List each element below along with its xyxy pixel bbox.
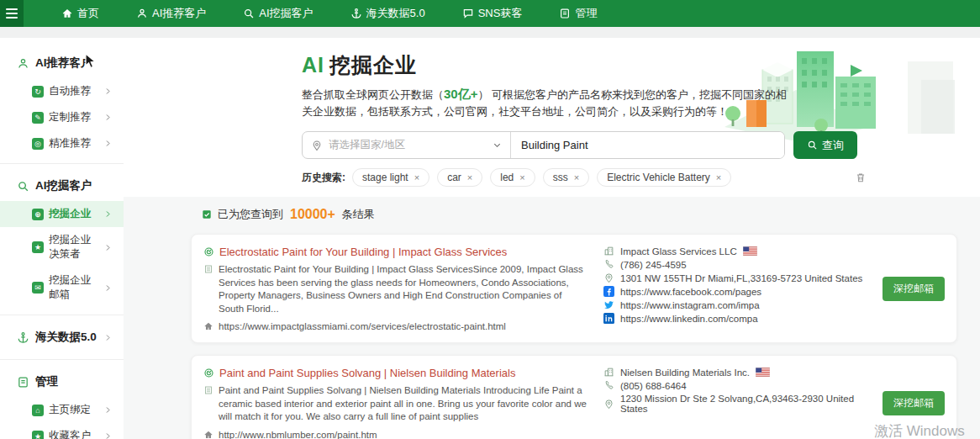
top-nav: 首页 AI推荐客户 AI挖掘客户 海关数据5.0 SNS获客 管理 (0, 0, 980, 27)
twitter-icon (603, 299, 614, 310)
result-title-link[interactable]: Paint and Paint Supplies Solvang | Niels… (203, 367, 588, 379)
search-icon (243, 8, 255, 19)
sidebar-item-mine-email[interactable]: ✉ 挖掘企业邮箱 (0, 267, 124, 308)
phone-icon (603, 259, 614, 270)
website-icon (203, 321, 213, 331)
linkedin-icon (603, 313, 614, 324)
sidebar-item-auto-recommend[interactable]: ↻ 自动推荐 (0, 78, 124, 104)
hero-section: AI挖掘企业 整合抓取全球网页公开数据（30亿+） 可根据您客户的产品名称来找到… (124, 38, 980, 197)
user-icon (17, 57, 29, 70)
data-volume-highlight: 30亿+ (444, 87, 477, 101)
home-bind-icon: ⌂ (32, 405, 44, 416)
remove-tag-icon[interactable]: × (414, 172, 419, 182)
remove-tag-icon[interactable]: × (716, 172, 721, 182)
nav-item-customs-data[interactable]: 海关数据5.0 (350, 6, 425, 21)
us-flag-icon (743, 246, 757, 256)
chevron-right-icon (104, 140, 112, 147)
chevron-right-icon (104, 284, 112, 292)
location-pin-icon (603, 272, 614, 283)
nav-item-home[interactable]: 首页 (61, 6, 99, 21)
deep-mine-email-button[interactable]: 深挖邮箱 (883, 391, 945, 415)
result-url-link[interactable]: http://www.nbmlumber.com/paint.htm (203, 430, 588, 439)
results-doc-icon (201, 209, 213, 220)
sidebar-divider (0, 315, 124, 315)
address-row: 1230 Mission Dr Ste 2 Solvang,CA,93463-2… (603, 394, 867, 414)
search-button[interactable]: 查询 (793, 131, 857, 159)
remove-tag-icon[interactable]: × (467, 172, 472, 182)
sidebar-section-ai-mining[interactable]: AI挖掘客户 (0, 171, 124, 201)
anchor-icon (17, 331, 29, 344)
history-tag[interactable]: stage light× (352, 168, 429, 187)
nav-item-ai-mining[interactable]: AI挖掘客户 (243, 6, 313, 21)
chevron-right-icon (104, 406, 112, 414)
home-icon (61, 8, 73, 19)
sidebar-item-favorite-customers[interactable]: ★ 收藏客户 (0, 423, 124, 439)
sidebar-section-manage[interactable]: 管理 (0, 367, 124, 397)
country-placeholder: 请选择国家/地区 (329, 138, 487, 152)
nav-item-manage[interactable]: 管理 (559, 6, 597, 21)
location-pin-icon (311, 140, 323, 151)
mouse-cursor (85, 53, 97, 69)
favorite-customers-icon: ★ (32, 431, 44, 439)
description-doc-icon (203, 264, 213, 274)
building-icon (603, 246, 614, 257)
us-flag-icon (756, 368, 770, 377)
sidebar-item-custom-recommend[interactable]: ✎ 定制推荐 (0, 104, 124, 130)
facebook-icon (603, 286, 614, 297)
sidebar-divider (0, 359, 124, 360)
twitter-row[interactable]: https://www.instagram.com/impa (603, 299, 867, 310)
history-tag[interactable]: Electric Vehicle Battery× (597, 168, 731, 187)
sidebar-item-precise-recommend[interactable]: ◎ 精准推荐 (0, 130, 124, 156)
spacer-strip (0, 27, 980, 38)
search-bar: 请选择国家/地区 查询 (302, 131, 980, 159)
sidebar-item-mine-company[interactable]: ⊕ 挖掘企业 (0, 201, 124, 227)
nav-item-sns[interactable]: SNS获客 (462, 6, 523, 21)
mine-company-icon: ⊕ (32, 209, 44, 220)
results-count: 已为您查询到 10000+ 条结果 (201, 207, 958, 222)
chevron-right-icon (104, 114, 112, 121)
hero-description: 整合抓取全球网页公开数据（30亿+） 可根据您客户的产品名称来找到您的客户，挖掘… (302, 86, 796, 120)
results-section: 已为您查询到 10000+ 条结果 Electrostatic Paint fo… (124, 197, 980, 439)
custom-recommend-icon: ✎ (32, 112, 44, 124)
phone-row: (786) 245-4595 (603, 259, 867, 270)
sidebar-section-ai-recommend[interactable]: AI推荐客户 (0, 48, 124, 78)
result-description: Paint and Paint Supplies Solvang | Niels… (203, 384, 588, 424)
remove-tag-icon[interactable]: × (574, 172, 579, 182)
company-row: Impact Glass Services LLC (603, 246, 867, 257)
building-icon (603, 367, 614, 378)
keyword-input[interactable] (511, 132, 784, 158)
country-select[interactable]: 请选择国家/地区 (303, 132, 511, 158)
chevron-right-icon (104, 432, 112, 439)
deep-mine-email-button[interactable]: 深挖邮箱 (883, 277, 945, 301)
search-icon (17, 180, 29, 193)
phone-row: (805) 688-6464 (603, 380, 867, 391)
sidebar-section-customs-data[interactable]: 海关数据5.0 (0, 322, 124, 352)
description-doc-icon (203, 385, 213, 395)
website-icon (203, 430, 213, 439)
hamburger-menu-icon[interactable] (0, 0, 24, 27)
linkedin-row[interactable]: https://www.linkedin.com/compa (603, 313, 867, 324)
remove-tag-icon[interactable]: × (519, 172, 524, 182)
result-url-link[interactable]: https://www.impactglassmiami.com/service… (203, 321, 588, 331)
link-target-icon (203, 246, 214, 257)
chat-icon (462, 8, 474, 19)
page-title: AI挖掘企业 (302, 51, 980, 79)
history-tag[interactable]: car× (437, 168, 482, 187)
history-tag[interactable]: sss× (543, 168, 589, 187)
history-tag[interactable]: led× (490, 168, 535, 187)
chevron-down-icon (493, 140, 502, 150)
anchor-icon (350, 8, 362, 19)
result-title-link[interactable]: Electrostatic Paint for Your Building | … (203, 246, 588, 258)
phone-icon (603, 380, 614, 391)
company-row: Nielsen Building Materials Inc. (603, 367, 867, 378)
clear-history-trash-icon[interactable] (855, 172, 867, 183)
sidebar-item-home-bind[interactable]: ⌂ 主页绑定 (0, 397, 124, 423)
result-card: Electrostatic Paint for Your Building | … (191, 234, 957, 343)
doc-icon (559, 8, 571, 19)
history-label: 历史搜索: (302, 171, 345, 185)
address-row: 1301 NW 155TH Dr Miami,FL,33169-5723 Uni… (603, 272, 867, 283)
sidebar-item-mine-decision-maker[interactable]: ★ 挖掘企业决策者 (0, 227, 124, 267)
nav-item-ai-recommend[interactable]: AI推荐客户 (136, 6, 206, 21)
nav-menu: 首页 AI推荐客户 AI挖掘客户 海关数据5.0 SNS获客 管理 (24, 0, 597, 27)
facebook-row[interactable]: https://www.facebook.com/pages (603, 286, 867, 297)
